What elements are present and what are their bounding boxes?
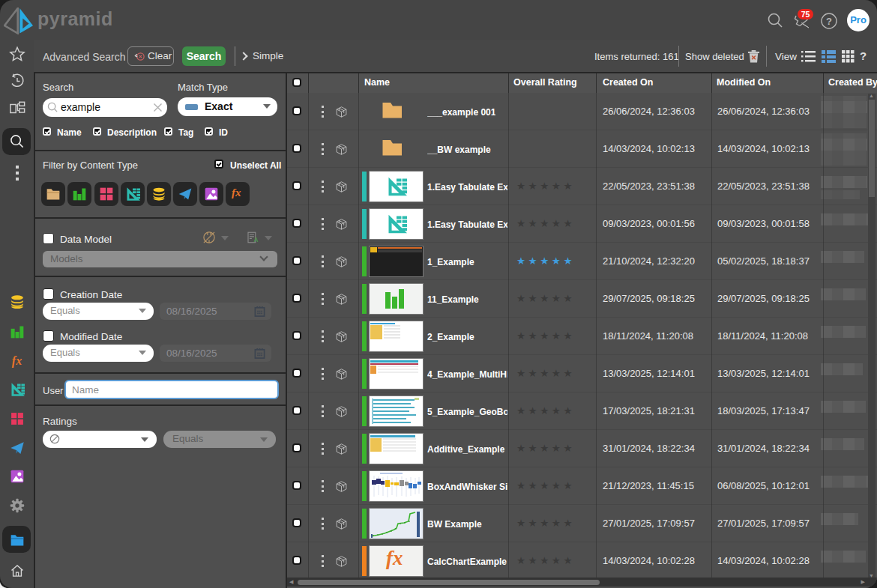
svg-text:A: A: [254, 237, 259, 243]
svg-text:?: ?: [826, 16, 832, 27]
